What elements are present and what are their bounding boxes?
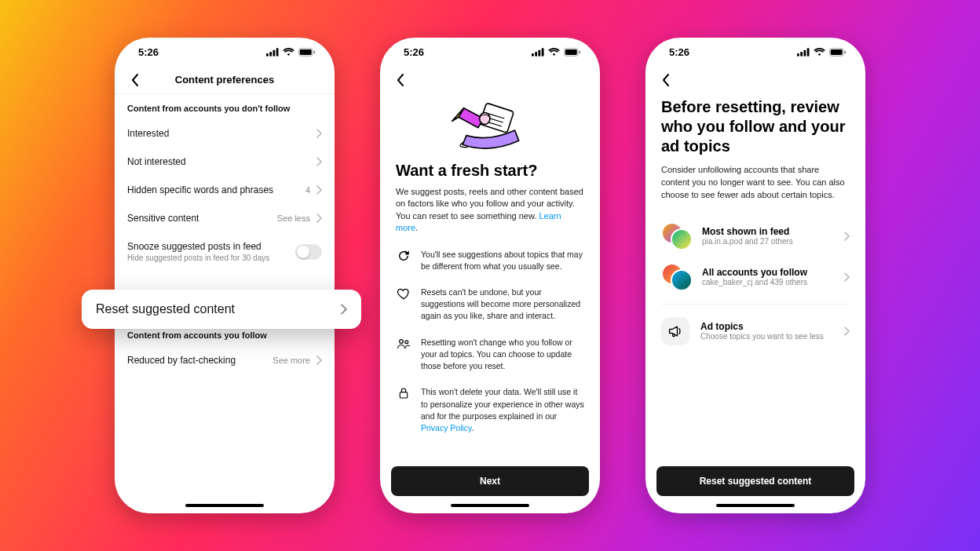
next-button[interactable]: Next [391,466,589,496]
pencil-sketch-illustration [451,99,529,154]
row-label: Hidden specific words and phrases [127,184,273,195]
row-subtitle: cake_baker_cj and 439 others [702,278,835,286]
megaphone-icon [667,323,683,339]
svg-rect-21 [400,392,407,398]
page-title: Before resetting, review who you follow … [661,97,850,156]
svg-rect-8 [535,52,537,57]
phone-review-before-reset: 5:26 Before resetting, review who you fo… [645,38,865,513]
refresh-icon [397,249,411,263]
back-button[interactable] [656,71,675,89]
status-bar: 5:26 [380,38,600,66]
row-right-text: See more [272,356,310,365]
wifi-icon [283,48,294,57]
phone-content-preferences: 5:26 Content preferences Content from ac… [115,38,335,513]
row-title: Most shown in feed [702,226,835,237]
svg-rect-13 [579,50,580,53]
row-interested[interactable]: Interested [115,119,335,148]
row-right-text: See less [277,213,310,223]
svg-rect-23 [800,52,803,57]
row-label: Reduced by fact-checking [127,355,236,366]
bullet-text: This won't delete your data. We'll still… [421,386,584,434]
avatar [671,228,693,250]
status-icons [532,48,581,57]
svg-point-20 [405,340,408,343]
row-title: All accounts you follow [702,267,835,278]
row-snooze[interactable]: Snooze suggested posts in feed Hide sugg… [115,232,335,271]
avatar-stack [661,263,693,291]
page-description: We suggest posts, reels and other conten… [396,186,584,235]
svg-rect-9 [538,49,540,56]
svg-rect-28 [844,50,846,53]
megaphone-icon-container [661,317,689,345]
row-title: Ad topics [700,321,833,332]
page-description: Consider unfollowing accounts that share… [661,164,850,202]
cellular-icon [532,48,544,57]
row-subtitle: pia.in.a.pod and 27 others [702,237,835,246]
chevron-left-icon [662,73,670,87]
svg-rect-22 [797,53,799,56]
home-indicator [716,504,795,507]
svg-rect-12 [565,49,577,54]
row-label: Reset suggested content [96,302,235,316]
row-ad-topics[interactable]: Ad topics Choose topics you want to see … [661,309,850,353]
status-bar: 5:26 [645,38,865,66]
row-count: 4 [305,185,310,195]
svg-rect-25 [807,48,810,56]
reset-suggested-content-button[interactable]: Reset suggested content [656,466,854,496]
avatar [671,269,693,291]
privacy-policy-link[interactable]: Privacy Policy [421,423,472,432]
bullet-text: Resetting won't change who you follow or… [421,337,584,373]
svg-rect-5 [300,49,312,54]
row-label: Not interested [127,156,186,167]
row-all-accounts-you-follow[interactable]: All accounts you follow cake_baker_cj an… [661,257,850,297]
chevron-left-icon [397,73,404,87]
battery-icon [829,48,847,57]
row-reduced-fact-checking[interactable]: Reduced by fact-checking See more [115,346,335,374]
status-time: 5:26 [138,46,159,58]
phone-fresh-start: 5:26 Want a fresh sta [380,38,600,513]
chevron-left-icon [131,73,139,87]
bullet-cant-undo: Resets can't be undone, but your suggest… [396,286,584,323]
chevron-right-icon [316,185,322,195]
lock-icon [397,386,410,400]
wifi-icon [548,48,560,57]
cellular-icon [797,48,810,57]
status-time: 5:26 [669,46,689,58]
svg-rect-27 [831,49,843,54]
cellular-icon [266,48,279,57]
chevron-right-icon [844,272,850,282]
row-most-shown-in-feed[interactable]: Most shown in feed pia.in.a.pod and 27 o… [661,216,850,257]
bullet-new-topics: You'll see suggestions about topics that… [396,249,584,272]
bullet-text: You'll see suggestions about topics that… [421,249,584,272]
svg-rect-2 [272,49,275,56]
wifi-icon [814,48,825,57]
svg-rect-10 [542,48,544,56]
avatar-stack [661,222,693,250]
row-desc: Hide suggested posts in feed for 30 days [127,254,269,262]
nav-bar [645,66,865,94]
battery-icon [298,48,316,57]
row-sensitive-content[interactable]: Sensitive content See less [115,204,335,232]
back-button[interactable] [126,71,144,89]
bullet-text: Resets can't be undone, but your suggest… [421,286,584,323]
snooze-toggle[interactable] [295,244,322,260]
svg-point-19 [400,339,404,343]
bullet-wont-delete: This won't delete your data. We'll still… [396,386,584,434]
row-hidden-words[interactable]: Hidden specific words and phrases 4 [115,176,335,204]
page-title: Content preferences [115,74,335,86]
chevron-right-icon [316,157,322,166]
status-icons [797,48,847,57]
page-title: Want a fresh start? [396,162,584,180]
row-not-interested[interactable]: Not interested [115,148,335,176]
svg-rect-6 [313,50,315,53]
section-header-nonfollow: Content from accounts you don't follow [115,94,335,119]
row-label: Interested [127,128,169,139]
svg-rect-24 [803,49,806,56]
reset-suggested-content-row[interactable]: Reset suggested content [82,290,361,329]
chevron-right-icon [844,232,850,241]
heart-icon [397,286,411,301]
status-bar: 5:26 [115,38,335,66]
back-button[interactable] [391,71,410,89]
chevron-right-icon [316,213,322,223]
home-indicator [185,504,264,507]
